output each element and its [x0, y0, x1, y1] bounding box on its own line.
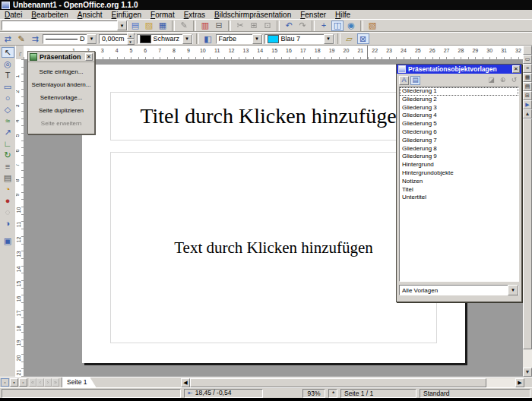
- export-pdf-icon[interactable]: ▥: [199, 21, 211, 31]
- dropdown-arrow-icon[interactable]: ▾: [324, 34, 334, 44]
- style-list-item[interactable]: Gliederung 2: [400, 96, 518, 104]
- style-list-item[interactable]: Gliederung 7: [400, 137, 518, 145]
- close-icon[interactable]: ✕: [512, 65, 520, 73]
- drawing-view-button[interactable]: ▭: [523, 55, 532, 64]
- lines-arrows-tool-icon[interactable]: ↗: [2, 127, 14, 137]
- menu-item[interactable]: Ansicht: [73, 11, 107, 19]
- new-document-icon[interactable]: ▤: [129, 21, 141, 31]
- stylist-icon[interactable]: ◫: [331, 21, 344, 31]
- text-tool-icon[interactable]: T: [2, 70, 14, 81]
- select-tool-icon[interactable]: ↖: [2, 47, 14, 58]
- curve-tool-icon[interactable]: ≈: [2, 115, 14, 126]
- prev-page-button[interactable]: ‹: [36, 378, 44, 387]
- menu-item[interactable]: Bildschirmpräsentation: [210, 11, 296, 19]
- scroll-up-icon[interactable]: ▲: [523, 109, 532, 118]
- master-mode-button[interactable]: ▪: [10, 378, 18, 387]
- slide-view-button[interactable]: ▦: [523, 73, 532, 82]
- save-icon[interactable]: ▦: [157, 21, 169, 31]
- palette-titlebar[interactable]: Präsentation ✕: [28, 52, 94, 62]
- dropdown-arrow-icon[interactable]: ▾: [508, 285, 518, 295]
- style-list-item[interactable]: Untertitel: [400, 194, 518, 202]
- next-page-button[interactable]: ›: [44, 378, 52, 387]
- 3d-objects-tool-icon[interactable]: ◇: [2, 104, 14, 115]
- scrollbar-track[interactable]: [523, 118, 532, 368]
- style-list-item[interactable]: Hintergrundobjekte: [400, 169, 518, 178]
- layer-mode-button[interactable]: ▫: [19, 378, 27, 387]
- zoom-tool-icon[interactable]: ◎: [2, 58, 14, 69]
- alignment-tool-icon[interactable]: ≡: [2, 161, 14, 172]
- scrollbar-corner-button[interactable]: [523, 46, 532, 55]
- scroll-right-icon[interactable]: ▶: [515, 378, 524, 387]
- style-list-item[interactable]: Hintergrund: [400, 161, 518, 169]
- dropdown-arrow-icon[interactable]: ▾: [182, 34, 192, 44]
- fill-color-combo[interactable]: Blau 7 ▾: [264, 34, 334, 44]
- 3d-effects-tool-icon[interactable]: ◑: [2, 218, 14, 229]
- line-width-spinner[interactable]: 0,00cm ▴▾: [99, 34, 135, 44]
- handout-view-button[interactable]: ⊞: [523, 91, 532, 100]
- expand-page-item[interactable]: Seite erweitern: [28, 117, 94, 130]
- status-zoom-field[interactable]: 93%: [302, 389, 325, 398]
- navigator-icon[interactable]: ◉: [345, 21, 357, 31]
- menu-item[interactable]: Einfügen: [107, 11, 146, 19]
- scroll-left-icon[interactable]: ◀: [181, 378, 190, 387]
- body-placeholder[interactable]: Text durch Klicken hinzufügen: [110, 152, 437, 343]
- copy-icon[interactable]: ⊞: [248, 21, 260, 31]
- menu-item[interactable]: Extras: [179, 11, 210, 19]
- open-icon[interactable]: ▨: [143, 21, 155, 31]
- page-tab[interactable]: Seite 1: [62, 377, 96, 387]
- duplicate-page-item[interactable]: Seite duplizieren: [28, 104, 94, 117]
- cut-icon[interactable]: ✂: [234, 21, 246, 31]
- page-style-item[interactable]: Seitenvorlage...: [28, 91, 94, 104]
- dropdown-arrow-icon[interactable]: ▾: [87, 34, 97, 44]
- graphics-styles-icon[interactable]: A: [399, 76, 409, 85]
- style-list-item[interactable]: Gliederung 4: [400, 112, 518, 120]
- line-style-combo[interactable]: D ▾: [43, 34, 97, 44]
- menu-item[interactable]: Format: [146, 11, 179, 19]
- vertical-scrollbar[interactable]: ▭≡▦▤⊞▶ ▲ ▼: [523, 46, 532, 377]
- new-style-icon[interactable]: ⊕: [498, 76, 508, 85]
- style-list-item[interactable]: Titel: [400, 186, 518, 194]
- horizontal-scrollbar[interactable]: ◀ ▶: [181, 378, 532, 387]
- menu-item[interactable]: Hilfe: [331, 11, 355, 19]
- animation-tool-icon[interactable]: ◌: [2, 207, 14, 217]
- status-style-field[interactable]: Standard: [420, 389, 530, 398]
- effects-tool-icon[interactable]: ◔: [2, 184, 14, 194]
- pen-icon[interactable]: ✎: [15, 33, 27, 44]
- style-list-item[interactable]: Gliederung 6: [400, 128, 518, 137]
- arrow-style-icon[interactable]: ⇉: [29, 33, 41, 44]
- line-color-combo[interactable]: Schwarz ▾: [137, 34, 193, 44]
- page-mode-button[interactable]: ▫: [1, 378, 9, 387]
- style-list-item[interactable]: Gliederung 5: [400, 120, 518, 128]
- menu-item[interactable]: Fenster: [296, 11, 331, 19]
- presentation-styles-icon[interactable]: ▤: [410, 76, 420, 85]
- undo-icon[interactable]: ↶: [283, 21, 295, 31]
- close-icon[interactable]: ✕: [85, 53, 93, 61]
- update-style-icon[interactable]: ↺: [509, 76, 519, 85]
- fill-format-mode-icon[interactable]: ◪: [486, 76, 496, 85]
- fill-style-icon[interactable]: ◧: [202, 33, 214, 44]
- url-combo[interactable]: ▾: [2, 21, 128, 30]
- insert-icon[interactable]: +: [318, 21, 330, 31]
- style-list-item[interactable]: Gliederung 1: [400, 87, 518, 96]
- scrollbar-thumb[interactable]: [190, 378, 486, 387]
- outline-view-button[interactable]: ≡: [523, 64, 532, 73]
- shadow-icon[interactable]: ▱: [344, 33, 356, 44]
- interaction-tool-icon[interactable]: ●: [2, 195, 14, 206]
- stylist-titlebar[interactable]: Präsentationsobjektvorlagen ✕: [397, 65, 521, 74]
- style-list-item[interactable]: Gliederung 3: [400, 104, 518, 112]
- presentation-tool-icon[interactable]: ▣: [2, 235, 14, 246]
- last-page-button[interactable]: »: [52, 378, 59, 387]
- paste-icon[interactable]: ⊡: [261, 21, 274, 31]
- scrollbar-track[interactable]: [486, 378, 515, 387]
- print-icon[interactable]: ⊟: [213, 21, 225, 31]
- spinner-buttons[interactable]: ▴▾: [127, 33, 135, 45]
- gallery-icon[interactable]: ▧: [366, 21, 378, 31]
- dropdown-arrow-icon[interactable]: ▾: [252, 34, 262, 44]
- start-slideshow-button[interactable]: ▶: [523, 100, 532, 109]
- rotate-tool-icon[interactable]: ↻: [2, 150, 14, 160]
- edit-file-icon[interactable]: ✎: [178, 21, 190, 31]
- ellipse-tool-icon[interactable]: ○: [2, 93, 14, 103]
- style-list-item[interactable]: Gliederung 8: [400, 145, 518, 153]
- style-list-item[interactable]: Gliederung 9: [400, 153, 518, 161]
- title-placeholder[interactable]: Titel durch Klicken hinzufügen: [110, 92, 437, 141]
